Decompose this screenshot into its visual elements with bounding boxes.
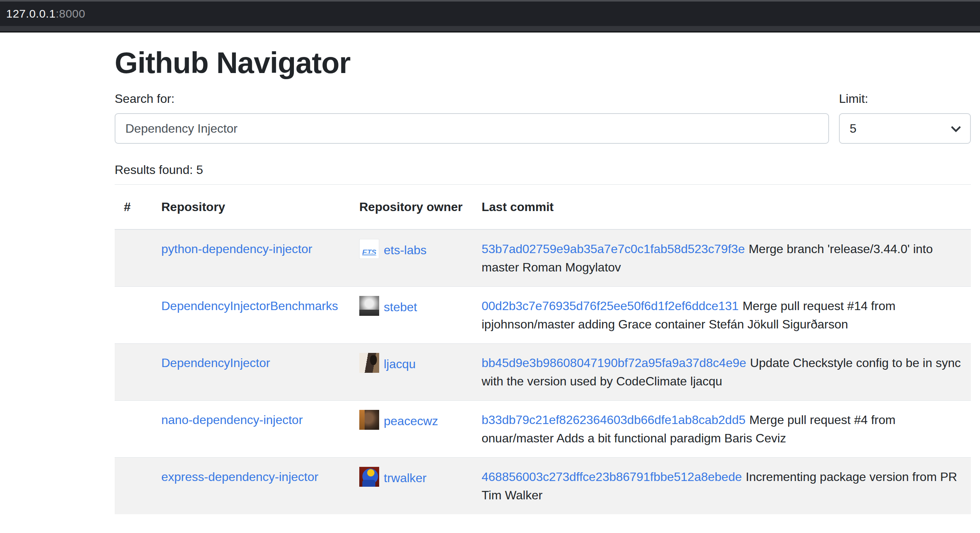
row-num-cell	[115, 229, 152, 287]
url-host: 127.0.0.1	[6, 7, 56, 20]
column-header-last-commit: Last commit	[472, 185, 971, 230]
repository-cell: python-dependency-injector	[152, 229, 350, 287]
owner-cell: stebet	[350, 287, 472, 344]
owner-link[interactable]: ets-labs	[384, 243, 427, 257]
commit-hash-link[interactable]: b33db79c21ef8262364603db66dfe1ab8cab2dd5	[482, 413, 745, 427]
repository-cell: DependencyInjectorBenchmarks	[152, 287, 350, 344]
commit-hash-link[interactable]: 468856003c273dffce23b86791fbbe512a8ebede	[482, 470, 742, 484]
owner-link[interactable]: peacecwz	[384, 414, 438, 428]
table-header: # Repository Repository owner Last commi…	[115, 185, 971, 230]
row-num-cell	[115, 458, 152, 515]
row-num-cell	[115, 287, 152, 344]
page-container: Github Navigator Search for: Limit: 5 Re…	[115, 32, 971, 514]
owner-avatar	[359, 410, 379, 430]
table-row: python-dependency-injector ETSets-labs 5…	[115, 229, 971, 287]
column-header-repository: Repository	[152, 185, 350, 230]
browser-bottom-strip	[0, 26, 980, 31]
table-header-row: # Repository Repository owner Last commi…	[115, 185, 971, 230]
owner-cell: trwalker	[350, 458, 472, 515]
search-input[interactable]	[115, 113, 829, 144]
address-bar[interactable]: 127.0.0.1:8000	[0, 2, 980, 26]
limit-label: Limit:	[839, 89, 971, 108]
results-table: # Repository Repository owner Last commi…	[115, 184, 971, 514]
owner-link[interactable]: ljacqu	[384, 357, 416, 371]
commit-hash-link[interactable]: 53b7ad02759e9ab35a7e7c0c1fab58d523c79f3e	[482, 242, 745, 256]
search-column: Search for:	[115, 89, 829, 144]
column-header-owner: Repository owner	[350, 185, 472, 230]
repository-cell: express-dependency-injector	[152, 458, 350, 515]
limit-column: Limit: 5	[839, 89, 971, 144]
repository-link[interactable]: DependencyInjectorBenchmarks	[161, 299, 338, 313]
repository-link[interactable]: DependencyInjector	[161, 356, 270, 370]
commit-cell: b33db79c21ef8262364603db66dfe1ab8cab2dd5…	[472, 401, 971, 458]
repository-link[interactable]: python-dependency-injector	[161, 242, 312, 256]
owner-avatar	[359, 296, 379, 316]
browser-bar: 127.0.0.1:8000	[0, 0, 980, 32]
row-num-cell	[115, 344, 152, 401]
commit-hash-link[interactable]: bb45d9e3b98608047190bf72a95fa9a37d8c4e9e	[482, 356, 746, 370]
commit-cell: 00d2b3c7e76935d76f25ee50f6d1f2ef6ddce131…	[472, 287, 971, 344]
table-row: express-dependency-injector trwalker 468…	[115, 458, 971, 515]
avatar-logo-text: ETS	[360, 243, 379, 259]
commit-hash-link[interactable]: 00d2b3c7e76935d76f25ee50f6d1f2ef6ddce131	[482, 299, 739, 313]
owner-link[interactable]: stebet	[384, 300, 417, 314]
search-label: Search for:	[115, 89, 829, 108]
url-port: :8000	[56, 7, 86, 20]
table-row: nano-dependency-injector peacecwz b33db7…	[115, 401, 971, 458]
limit-select[interactable]: 5	[839, 113, 971, 144]
owner-avatar: ETS	[359, 239, 379, 259]
owner-link[interactable]: trwalker	[384, 471, 427, 485]
commit-cell: 468856003c273dffce23b86791fbbe512a8ebede…	[472, 458, 971, 515]
table-row: DependencyInjectorBenchmarks stebet 00d2…	[115, 287, 971, 344]
address-url[interactable]: 127.0.0.1:8000	[6, 7, 85, 20]
results-count: Results found: 5	[115, 161, 971, 179]
commit-cell: bb45d9e3b98608047190bf72a95fa9a37d8c4e9e…	[472, 344, 971, 401]
repository-cell: DependencyInjector	[152, 344, 350, 401]
owner-cell: ETSets-labs	[350, 229, 472, 287]
owner-cell: ljacqu	[350, 344, 472, 401]
table-body: python-dependency-injector ETSets-labs 5…	[115, 229, 971, 514]
repository-link[interactable]: express-dependency-injector	[161, 470, 318, 484]
owner-avatar	[359, 467, 379, 487]
page-title: Github Navigator	[115, 46, 971, 80]
search-form: Search for: Limit: 5	[115, 89, 971, 144]
repository-link[interactable]: nano-dependency-injector	[161, 413, 303, 427]
limit-select-wrap: 5	[839, 113, 971, 144]
owner-cell: peacecwz	[350, 401, 472, 458]
column-header-num: #	[115, 185, 152, 230]
row-num-cell	[115, 401, 152, 458]
table-row: DependencyInjector ljacqu bb45d9e3b98608…	[115, 344, 971, 401]
repository-cell: nano-dependency-injector	[152, 401, 350, 458]
commit-cell: 53b7ad02759e9ab35a7e7c0c1fab58d523c79f3e…	[472, 229, 971, 287]
owner-avatar	[359, 353, 379, 373]
